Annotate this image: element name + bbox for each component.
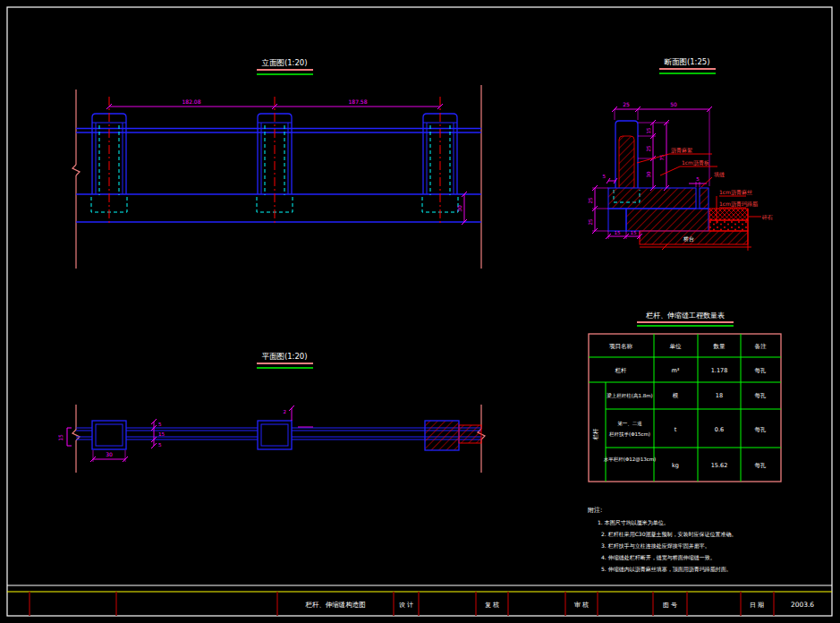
dim-span-right: 187.58	[349, 98, 368, 105]
section-deck	[608, 188, 708, 231]
titleblock-label-review: 审 核	[574, 602, 589, 609]
table-cell: 栏杆	[615, 367, 628, 374]
table-cell: 梁上栏杆柱(高1.8m)	[607, 392, 652, 398]
elevation-title-text: 立面图(1:20)	[261, 58, 307, 67]
table-group-label: 栏杆	[592, 428, 599, 441]
table-cell: 1.178	[711, 367, 728, 374]
elevation-post	[91, 97, 127, 226]
table-header-cell: 单位	[670, 343, 683, 350]
table-header-cell: 项目名称	[609, 343, 633, 350]
title-block: 栏杆、伸缩缝构造图 设 计 复 核 审 核 图 号 日 期 2003.6	[30, 592, 814, 616]
dim-plan-left: 15	[57, 434, 64, 441]
dim-span-left: 182.08	[182, 98, 201, 105]
table-cell: kg	[672, 462, 679, 469]
section-title: 断面图(1:25)	[659, 57, 716, 73]
note-item: 1. 本图尺寸均以厘米为单位。	[598, 519, 669, 526]
plan-post-sectioned	[425, 421, 481, 450]
elevation-title: 立面图(1:20)	[257, 58, 313, 74]
dim-r-total: 75	[659, 154, 665, 160]
table-cell: 每孔	[755, 367, 767, 374]
section-joint-dimension: 5	[689, 176, 707, 187]
plan-border-left	[72, 405, 80, 473]
table-cell: 15.62	[711, 462, 728, 469]
dim-gap: 2	[284, 409, 287, 414]
table-cell: 18	[716, 392, 723, 399]
table-row: 水平栏杆(Φ12@13cm) kg 15.62 每孔	[604, 457, 767, 469]
cad-drawing: 立面图(1:20) 182.	[0, 0, 840, 623]
note-item: 2. 栏杆柱采用C30混凝土预制，安装时应保证位置准确。	[601, 531, 736, 538]
table-row: 第一、二道 栏杆扶手(Φ15cm) t 0.6 每孔	[608, 421, 767, 437]
table-cell: t	[675, 426, 677, 433]
plan-rail-dimension: 5 15 5	[151, 419, 165, 448]
table-header-row: 项目名称 单位 数量 备注	[609, 343, 767, 350]
section-title-text: 断面图(1:25)	[664, 57, 709, 66]
dim-r1: 15	[646, 127, 651, 133]
dim-top1: 25	[623, 101, 630, 107]
dim-joint: 5	[696, 176, 700, 182]
table-title: 栏杆、伸缩缝工程数量表	[637, 312, 734, 326]
table-row: 栏杆 m³ 1.178 每孔	[615, 367, 767, 374]
plan-title-text: 平面图(1:20)	[261, 352, 307, 361]
table-row: 梁上栏杆柱(高1.8m) 根 18 每孔	[607, 392, 766, 399]
titleblock-label-number: 图 号	[663, 602, 677, 609]
table-cell: 根	[673, 392, 679, 399]
table-cell: 水平栏杆(Φ12@13cm)	[604, 457, 657, 462]
plan-post-dimension: 30	[90, 450, 128, 462]
elevation-post	[422, 97, 458, 226]
elevation-deck-lines	[76, 194, 481, 222]
dim-rail-mid: 15	[158, 431, 165, 437]
titleblock-label-date: 日 期	[750, 602, 764, 609]
dim-l1: 25	[588, 197, 593, 203]
elevation-view: 立面图(1:20) 182.	[72, 58, 481, 269]
elevation-deck-dimension: 30	[456, 192, 467, 225]
table-cell: 每孔	[755, 462, 767, 469]
titleblock-label-design: 设 计	[399, 602, 413, 609]
titleblock-label-check: 复 核	[485, 602, 499, 609]
note-item: 3. 栏杆扶手与立柱连接处应焊接牢固并磨平。	[601, 542, 710, 550]
table-cell: 0.6	[715, 426, 724, 433]
section-approach-slab: 桥台	[640, 231, 751, 250]
table-header-cell: 数量	[713, 343, 726, 350]
dim-offset: 5	[603, 174, 607, 179]
dim-top2: 50	[670, 101, 677, 107]
section-view: 断面图(1:25) 25 50	[588, 57, 773, 251]
leader-label-2: 1cm沥青板	[682, 159, 709, 166]
plan-post	[258, 421, 292, 449]
cad-drawing-canvas: 立面图(1:20) 182.	[0, 0, 840, 623]
table-cell: 栏杆扶手(Φ15cm)	[608, 431, 650, 437]
leader-label-3: 填缝	[714, 171, 725, 177]
dim-rail-bot: 5	[158, 442, 162, 448]
table-cell: 每孔	[755, 392, 767, 399]
section-left-dimension: 25 25	[588, 185, 608, 234]
dim-r2: 25	[646, 145, 651, 151]
note-item: 5. 伸缩缝内以沥青麻丝填塞，顶面用沥青玛蹄脂封面。	[601, 566, 732, 573]
leader-label-5: 1cm沥青玛蹄脂	[719, 201, 758, 208]
table-cell: 每孔	[755, 426, 767, 433]
note-item: 4. 伸缩缝处栏杆断开，缝宽与桥面伸缩缝一致。	[601, 554, 716, 561]
dim-rail-top: 5	[158, 422, 162, 427]
abutment-label: 桥台	[683, 235, 694, 243]
plan-title: 平面图(1:20)	[257, 352, 313, 368]
notes: 附注: 1. 本图尺寸均以厘米为单位。 2. 栏杆柱采用C30混凝土预制，安装时…	[588, 506, 736, 573]
table-header-cell: 备注	[755, 343, 768, 350]
dim-deck-thickness: 30	[456, 205, 462, 212]
table-cell: m³	[672, 367, 680, 374]
plan-post	[92, 421, 126, 449]
plan-view: 平面图(1:20) 15	[57, 352, 485, 473]
drawing-title: 栏杆、伸缩缝构造图	[305, 601, 366, 609]
notes-heading: 附注:	[588, 506, 602, 514]
dim-r3: 30	[646, 171, 651, 177]
elevation-border-left	[72, 90, 80, 269]
dim-b2: 15	[631, 230, 637, 235]
dim-post-width: 30	[106, 451, 113, 457]
quantity-table: 栏杆、伸缩缝工程数量表 项目名称 单位 数量 备注 栏杆 m³ 1.178 每孔	[589, 312, 781, 482]
elevation-post	[257, 97, 293, 226]
leader-label-1: 沥青麻絮	[671, 147, 692, 154]
titleblock-date-value: 2003.6	[791, 601, 814, 609]
dim-b1: 15	[615, 230, 621, 235]
elevation-rail	[76, 129, 481, 133]
leader-label-6: 碎石	[761, 214, 773, 221]
plan-left-dimension: 15	[57, 428, 72, 446]
leader-label-4: 1cm沥青麻丝	[719, 189, 752, 196]
dim-l2: 25	[588, 218, 593, 225]
